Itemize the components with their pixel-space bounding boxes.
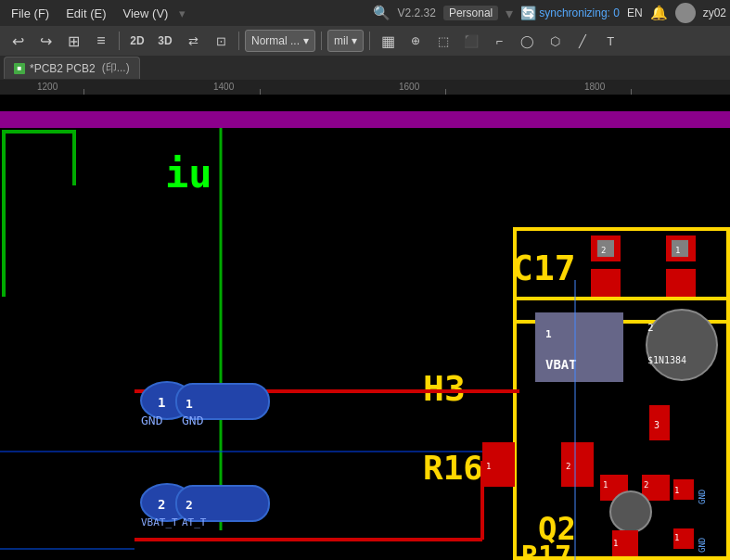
vbat-t-label: VBAT_T bbox=[141, 516, 178, 528]
c17-pin1-label: 2 bbox=[601, 246, 606, 255]
lang-label[interactable]: EN bbox=[627, 6, 643, 19]
undo-button[interactable]: ↩ bbox=[6, 29, 30, 53]
separator-3 bbox=[321, 32, 322, 50]
r17-pin-1: 1 bbox=[674, 486, 679, 495]
pcb-svg: iu 2 1 C17 1 VBAT 2 $1N1384 bbox=[0, 95, 730, 560]
q2-pin-2: 2 bbox=[644, 480, 648, 490]
username-label: zy02 bbox=[703, 6, 726, 19]
mode-3d-button[interactable]: 3D bbox=[153, 29, 177, 53]
c17-pad-3 bbox=[666, 269, 696, 297]
vbat-label-text: VBAT bbox=[545, 357, 577, 372]
ruler-mark-1600: 1600 bbox=[399, 82, 419, 92]
grid-view-button[interactable]: ▦ bbox=[376, 29, 400, 53]
purple-bar bbox=[0, 111, 730, 128]
pin2-num: 2 bbox=[158, 497, 165, 512]
r17-pad-label-1: 1 bbox=[613, 539, 618, 548]
h3-label: H3 bbox=[423, 368, 466, 409]
tab-icon: ■ bbox=[14, 63, 25, 74]
ruler-line-1200 bbox=[83, 89, 84, 95]
pcb-canvas[interactable]: iu 2 1 C17 1 VBAT 2 $1N1384 bbox=[0, 95, 730, 560]
view-mode-label: Normal ... bbox=[251, 34, 300, 47]
personal-badge[interactable]: Personal bbox=[443, 6, 498, 20]
q2-pin-1: 1 bbox=[603, 480, 608, 490]
select-button[interactable]: ⬚ bbox=[431, 29, 455, 53]
chevron-down-icon-2: ▾ bbox=[352, 34, 357, 47]
vbat-t-label-2: AT_T bbox=[182, 516, 207, 528]
sync-icon: 🔄 bbox=[520, 6, 536, 20]
menu-view[interactable]: View (V) bbox=[116, 5, 176, 22]
toolbar: ↩ ↪ ⊞ ≡ 2D 3D ⇄ ⊡ Normal ... ▾ mil ▾ ▦ ⊕… bbox=[0, 26, 730, 56]
line-button[interactable]: ╱ bbox=[570, 29, 595, 53]
ruler-mark-1400: 1400 bbox=[213, 82, 234, 92]
pin3-label: 3 bbox=[654, 420, 660, 430]
separator-4 bbox=[369, 32, 370, 50]
r17-pin-2: 1 bbox=[674, 533, 679, 542]
green-horiz-top bbox=[2, 130, 76, 134]
pin2-num-2: 2 bbox=[186, 498, 193, 512]
wire-button[interactable]: ⌐ bbox=[487, 29, 511, 53]
menu-edit[interactable]: Edit (E) bbox=[58, 5, 113, 22]
green-vert-right bbox=[72, 130, 76, 185]
tab-label: *PCB2 PCB2 bbox=[30, 62, 96, 75]
r16-pad-1-label: 1 bbox=[486, 462, 491, 471]
separator-1 bbox=[119, 32, 120, 50]
snap-button[interactable]: ⊕ bbox=[403, 29, 428, 53]
gnd-pin1-2: GND bbox=[182, 414, 204, 427]
grid-button[interactable]: ⊞ bbox=[61, 29, 85, 53]
text-button[interactable]: T bbox=[598, 29, 622, 53]
unit-label: mil bbox=[334, 34, 348, 47]
tab-sub-label: (印...) bbox=[102, 60, 130, 76]
gnd-pin1: GND bbox=[141, 414, 163, 427]
tab-pcb2[interactable]: ■ *PCB2 PCB2 (印...) bbox=[4, 57, 140, 79]
vbat-pin1-num: 1 bbox=[545, 328, 552, 340]
gnd-label-1: GND bbox=[698, 490, 707, 504]
ruler-line-1600 bbox=[445, 89, 446, 95]
c17-pin2-label: 1 bbox=[675, 246, 680, 255]
avatar[interactable] bbox=[675, 3, 696, 23]
chevron-down-icon: ▾ bbox=[303, 34, 309, 47]
menu-file[interactable]: File (F) bbox=[4, 5, 57, 22]
version-label: V2.2.32 bbox=[398, 6, 436, 19]
r16-pad-2-label: 2 bbox=[566, 462, 570, 471]
c17-pad-4 bbox=[591, 269, 621, 297]
search-area: 🔍 V2.2.32 Personal ▾ 🔄 synchronizing: 0 … bbox=[373, 3, 727, 23]
pin1-num-2: 1 bbox=[186, 397, 193, 411]
horizontal-ruler: 1200 1400 1600 1800 bbox=[0, 80, 730, 95]
sync-badge: 🔄 synchronizing: 0 bbox=[520, 6, 620, 20]
green-vert-left bbox=[2, 130, 6, 297]
tabbar: ■ *PCB2 PCB2 (印...) bbox=[0, 56, 730, 80]
mirror-button[interactable]: ⊡ bbox=[209, 29, 233, 53]
ruler-line-1800 bbox=[631, 89, 632, 95]
diode-pad bbox=[647, 310, 717, 380]
redo-button[interactable]: ↪ bbox=[33, 29, 58, 53]
pin1-num: 1 bbox=[158, 395, 165, 410]
view-mode-dropdown[interactable]: Normal ... ▾ bbox=[245, 30, 315, 52]
mode-2d-button[interactable]: 2D bbox=[125, 29, 149, 53]
arc-button[interactable]: ◯ bbox=[515, 29, 539, 53]
flip-button[interactable]: ⇄ bbox=[181, 29, 205, 53]
iu-text: iu bbox=[165, 151, 212, 197]
ruler-mark-1200: 1200 bbox=[37, 82, 58, 92]
c17-label: C17 bbox=[512, 248, 576, 288]
menubar: File (F) Edit (E) View (V) ▾ 🔍 V2.2.32 P… bbox=[0, 0, 730, 26]
q2-body bbox=[610, 491, 651, 532]
r17-label: R17 bbox=[521, 540, 571, 560]
diode-label: $1N1384 bbox=[647, 355, 686, 365]
gnd-label-2: GND bbox=[698, 538, 707, 553]
multiselect-button[interactable]: ⬛ bbox=[459, 29, 483, 53]
r16-label: R16 bbox=[423, 449, 483, 487]
poly-button[interactable]: ⬡ bbox=[543, 29, 567, 53]
unit-dropdown[interactable]: mil ▾ bbox=[327, 30, 364, 52]
search-icon[interactable]: 🔍 bbox=[373, 5, 391, 21]
layers-button[interactable]: ≡ bbox=[89, 29, 113, 53]
diode-pin-num: 2 bbox=[647, 322, 654, 334]
ruler-mark-1800: 1800 bbox=[584, 82, 605, 92]
ruler-line-1400 bbox=[260, 89, 261, 95]
separator-2 bbox=[238, 32, 239, 50]
bell-icon[interactable]: 🔔 bbox=[650, 5, 668, 21]
